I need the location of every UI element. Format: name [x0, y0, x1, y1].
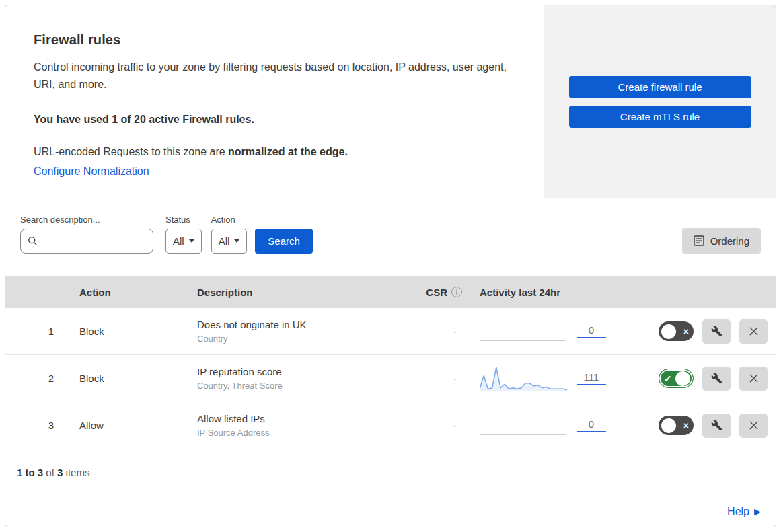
firewall-rules-card: Firewall rules Control incoming traffic …	[5, 5, 776, 527]
row-activity-cell: 0	[480, 411, 624, 441]
enable-toggle[interactable]: ×	[659, 416, 694, 435]
action-dropdown[interactable]: All	[211, 229, 248, 254]
row-controls: ×	[624, 414, 776, 438]
row-action: Block	[66, 373, 184, 384]
pagination-total: 3	[57, 467, 63, 478]
row-activity-cell: 0	[480, 317, 624, 346]
wrench-icon	[711, 373, 722, 384]
chevron-down-icon	[189, 239, 194, 243]
row-priority: 1	[5, 326, 66, 337]
row-fields: IP Source Address	[197, 428, 422, 438]
pagination-range: 1 to 3	[17, 467, 43, 478]
help-row: Help ▶	[5, 496, 776, 527]
toggle-state-icon: ×	[681, 327, 691, 336]
activity-column-header: Activity last 24hr	[480, 287, 624, 298]
search-input[interactable]	[20, 229, 153, 254]
table-row: 3 Allow Allow listed IPs IP Source Addre…	[5, 402, 776, 449]
delete-rule-button[interactable]	[739, 414, 768, 438]
row-csr: -	[422, 420, 480, 431]
action-filter-group: Action All	[211, 215, 248, 254]
action-label: Action	[211, 215, 248, 225]
activity-sparkline	[480, 364, 567, 393]
row-fields: Country	[197, 334, 422, 344]
create-mtls-rule-button[interactable]: Create mTLS rule	[569, 106, 751, 128]
table-header-row: Action Description CSR i Activity last 2…	[5, 276, 776, 308]
row-description-cell: Does not originate in UK Country	[184, 319, 422, 344]
row-description: Does not originate in UK	[197, 319, 422, 330]
close-icon	[749, 420, 759, 430]
normalization-bold: normalized at the edge.	[228, 146, 348, 157]
search-label: Search description...	[20, 215, 153, 225]
toggle-state-icon: ×	[681, 421, 691, 430]
close-icon	[749, 326, 759, 336]
edit-rule-button[interactable]	[702, 319, 731, 344]
search-text-field[interactable]	[43, 236, 165, 247]
pagination-of: of	[43, 467, 57, 478]
wrench-icon	[711, 326, 722, 337]
action-dropdown-value: All	[219, 235, 230, 247]
row-description: Allow listed IPs	[197, 413, 422, 424]
row-priority: 2	[5, 373, 66, 384]
table-body: 1 Block Does not originate in UK Country…	[5, 308, 776, 449]
pagination-items: items	[63, 467, 89, 478]
action-column-header: Action	[66, 287, 184, 298]
help-link[interactable]: Help ▶	[727, 506, 761, 518]
search-icon	[28, 236, 38, 246]
row-action: Allow	[66, 420, 184, 431]
edit-rule-button[interactable]	[702, 414, 731, 438]
csr-header-label: CSR	[426, 287, 447, 298]
row-controls: ×	[624, 319, 776, 344]
normalization-note: URL-encoded Requests to this zone are no…	[34, 146, 523, 158]
page-title: Firewall rules	[34, 32, 523, 48]
table-row: 1 Block Does not originate in UK Country…	[5, 308, 776, 355]
description-column-header: Description	[184, 287, 422, 298]
activity-sparkline	[480, 317, 567, 346]
edit-rule-button[interactable]	[702, 367, 731, 391]
status-filter-group: Status All	[165, 215, 202, 254]
row-csr: -	[422, 373, 480, 384]
help-arrow-icon: ▶	[754, 506, 761, 517]
toggle-state-icon: ✓	[662, 374, 674, 383]
search-group: Search description...	[20, 215, 153, 254]
header-actions-panel: Create firewall rule Create mTLS rule	[544, 5, 776, 198]
toggle-knob	[661, 324, 676, 339]
row-priority: 3	[5, 420, 66, 431]
row-activity-cell: 111	[480, 364, 624, 393]
wrench-icon	[711, 420, 722, 431]
configure-normalization-link[interactable]: Configure Normalization	[34, 165, 149, 178]
ordering-list-icon	[694, 235, 704, 246]
search-button[interactable]: Search	[255, 229, 313, 254]
usage-summary: You have used 1 of 20 active Firewall ru…	[34, 114, 523, 126]
csr-column-header: CSR i	[422, 287, 480, 298]
toggle-knob	[675, 371, 690, 386]
header-section: Firewall rules Control incoming traffic …	[5, 5, 776, 198]
row-description: IP reputation score	[197, 366, 422, 377]
activity-count-link[interactable]: 111	[577, 371, 606, 385]
ordering-button-label: Ordering	[710, 235, 749, 247]
status-dropdown-value: All	[173, 235, 184, 247]
activity-count-link[interactable]: 0	[577, 418, 606, 432]
row-fields: Country, Threat Score	[197, 381, 422, 391]
normalization-prefix: URL-encoded Requests to this zone are	[34, 146, 228, 157]
row-controls: ✓	[624, 367, 776, 391]
header-text-block: Firewall rules Control incoming traffic …	[5, 5, 544, 198]
status-label: Status	[165, 215, 202, 225]
chevron-down-icon	[234, 239, 239, 243]
delete-rule-button[interactable]	[739, 367, 768, 391]
row-csr: -	[422, 326, 480, 337]
enable-toggle[interactable]: ✓	[659, 369, 694, 388]
row-description-cell: Allow listed IPs IP Source Address	[184, 413, 422, 438]
info-icon[interactable]: i	[451, 287, 462, 297]
page-description: Control incoming traffic to your zone by…	[34, 59, 523, 93]
filter-bar: Search description... Status All Action …	[5, 198, 776, 276]
ordering-button[interactable]: Ordering	[682, 228, 761, 254]
pagination-summary: 1 to 3 of 3 items	[5, 449, 776, 496]
create-firewall-rule-button[interactable]: Create firewall rule	[569, 76, 751, 98]
help-link-label: Help	[727, 506, 749, 518]
status-dropdown[interactable]: All	[165, 229, 202, 254]
activity-count-link[interactable]: 0	[577, 324, 606, 338]
enable-toggle[interactable]: ×	[659, 321, 694, 341]
row-description-cell: IP reputation score Country, Threat Scor…	[184, 366, 422, 391]
delete-rule-button[interactable]	[739, 319, 768, 344]
activity-sparkline	[480, 411, 567, 441]
